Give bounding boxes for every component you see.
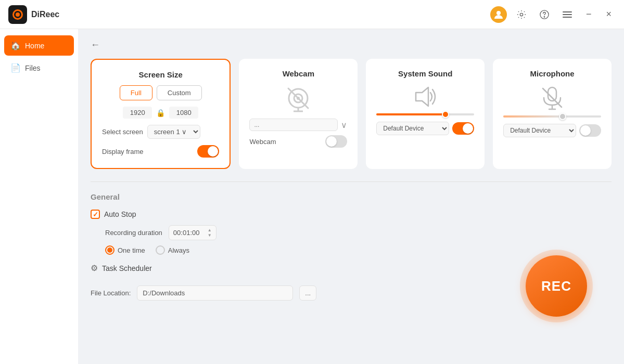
svg-marker-13 [416,87,428,106]
home-icon: 🏠 [10,41,21,50]
close-button[interactable]: × [602,7,616,22]
radio-one-time[interactable]: One time [105,245,145,255]
sidebar: 🏠 Home 📄 Files [0,29,78,364]
width-input[interactable] [123,107,152,119]
size-buttons: Full Custom [102,85,219,100]
system-sound-toggle[interactable] [452,122,474,135]
custom-button[interactable]: Custom [157,85,202,100]
content-area: ← Screen Size Full Custom 🔒 [78,29,624,364]
back-button[interactable]: ← [91,40,100,50]
svg-rect-6 [563,17,572,18]
svg-line-17 [543,88,562,107]
svg-rect-4 [563,11,572,12]
file-location-input[interactable]: D:/Downloads [137,285,293,301]
sidebar-item-home-label: Home [25,42,44,50]
microphone-card: Microphone [493,59,612,169]
rec-button-container: REC [520,250,593,322]
screen-select[interactable]: screen 1 ∨ [147,125,200,139]
system-sound-title: System Sound [376,69,474,78]
lock-icon: 🔒 [156,109,165,117]
files-icon: 📄 [10,63,21,73]
sidebar-item-files[interactable]: 📄 Files [4,58,74,78]
radio-always-label: Always [168,246,189,254]
display-frame-row: Display frame [102,145,219,158]
radio-one-time-circle [105,245,114,255]
display-frame-toggle[interactable] [197,145,219,158]
mic-toggle[interactable] [579,124,601,137]
duration-arrows[interactable]: ▲ ▼ [208,228,212,238]
rec-button-label: REC [541,278,571,294]
checkbox-check-icon: ✓ [93,211,98,218]
microphone-title: Microphone [503,69,601,78]
file-location-path: D:/Downloads [143,289,185,297]
app-window: DiReec [0,0,624,364]
task-scheduler-label: Task Scheduler [102,264,152,272]
svg-point-3 [544,16,544,17]
webcam-dropdown-input[interactable] [249,119,338,131]
duration-input[interactable] [173,229,205,237]
full-button[interactable]: Full [120,85,152,100]
menu-button[interactable] [559,6,576,23]
mic-slider-container [503,115,601,118]
system-sound-device-row: Default Device [376,122,474,135]
duration-up-arrow[interactable]: ▲ [208,228,212,233]
system-sound-device-select[interactable]: Default Device [376,122,449,135]
file-location-label: File Location: [91,289,131,297]
app-logo [8,5,27,24]
display-frame-label: Display frame [102,148,143,155]
resolution-row: 🔒 [102,107,219,119]
title-actions: − × [490,6,616,23]
webcam-toggle[interactable] [325,135,347,148]
mic-icon [539,84,566,111]
task-scheduler-gear-icon: ⚙ [91,263,98,273]
screen-size-card: Screen Size Full Custom 🔒 Select screen … [91,59,231,169]
general-section-title: General [91,192,612,201]
cards-row: Screen Size Full Custom 🔒 Select screen … [91,59,612,169]
sidebar-item-files-label: Files [25,64,41,72]
main-layout: 🏠 Home 📄 Files ← Screen Size Full Custom [0,29,624,364]
height-input[interactable] [169,107,198,119]
recording-duration-row: Recording duration ▲ ▼ [105,225,612,240]
help-button[interactable] [536,6,553,23]
svg-point-1 [520,13,523,16]
mic-icon-container [503,84,601,111]
file-location-dots-button[interactable]: ... [299,285,316,301]
sound-icon-container [376,84,474,109]
system-sound-slider-container [376,113,474,115]
sidebar-item-home[interactable]: 🏠 Home [4,35,74,56]
svg-rect-5 [563,14,572,15]
webcam-title: Webcam [249,69,347,78]
webcam-icon [284,84,312,112]
recording-duration-label: Recording duration [105,229,162,237]
rec-button-outer: REC [520,250,593,322]
minimize-button[interactable]: − [582,7,596,22]
system-sound-slider[interactable] [376,113,474,115]
avatar-button[interactable] [490,6,507,23]
radio-always-circle [156,245,165,255]
title-bar: DiReec [0,0,624,29]
auto-stop-row: ✓ Auto Stop [91,210,612,219]
webcam-dropdown-row: ∨ [249,119,347,131]
mic-device-row: Default Device [503,124,601,137]
select-screen-row: Select screen screen 1 ∨ [102,125,219,139]
webcam-icon-container [249,84,347,112]
app-title: DiReec [31,10,59,19]
webcam-card: Webcam ∨ [239,59,358,169]
duration-down-arrow[interactable]: ▼ [208,233,212,238]
radio-always[interactable]: Always [156,245,189,255]
mic-device-select[interactable]: Default Device [503,124,576,137]
duration-input-wrap: ▲ ▼ [169,225,217,240]
webcam-label: Webcam [249,138,276,146]
settings-button[interactable] [513,6,530,23]
screen-size-title: Screen Size [102,70,219,79]
webcam-dropdown-arrow: ∨ [341,120,347,130]
rec-button[interactable]: REC [526,255,587,317]
system-sound-card: System Sound [366,59,485,169]
mic-slider[interactable] [503,115,601,118]
webcam-toggle-row: Webcam [249,135,347,148]
radio-one-time-label: One time [118,246,145,254]
select-screen-label: Select screen [102,128,143,136]
radio-one-time-dot [107,248,112,253]
auto-stop-checkbox[interactable]: ✓ [91,210,100,219]
svg-point-0 [496,11,501,15]
